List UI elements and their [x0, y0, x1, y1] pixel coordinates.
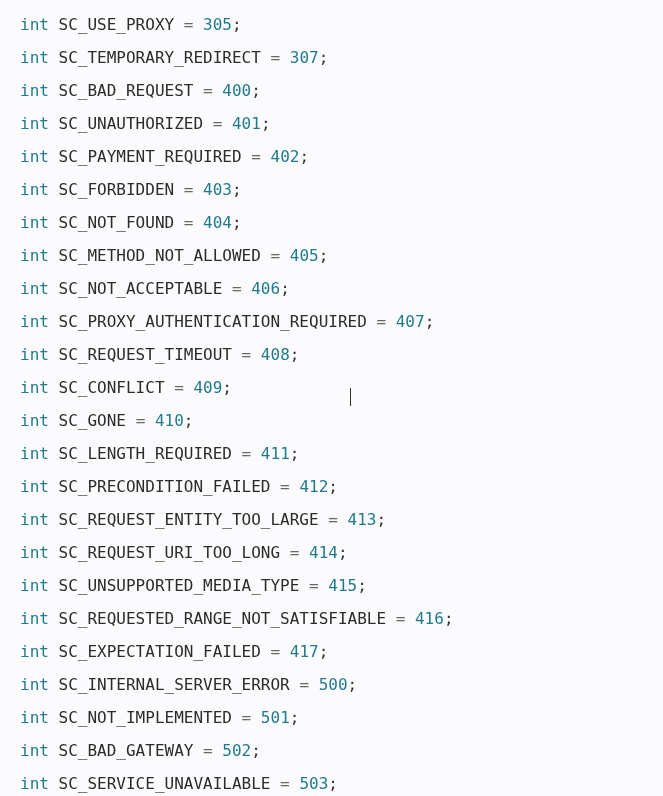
constant-identifier: SC_SERVICE_UNAVAILABLE: [59, 774, 271, 793]
constant-identifier: SC_REQUEST_URI_TOO_LONG: [59, 543, 281, 562]
constant-identifier: SC_BAD_REQUEST: [59, 81, 194, 100]
code-line[interactable]: int SC_USE_PROXY = 305;: [20, 8, 643, 41]
assignment-operator: =: [232, 279, 242, 298]
semicolon: ;: [232, 15, 242, 34]
code-line[interactable]: int SC_NOT_ACCEPTABLE = 406;: [20, 272, 643, 305]
type-keyword: int: [20, 477, 49, 496]
semicolon: ;: [184, 411, 194, 430]
code-line[interactable]: int SC_BAD_REQUEST = 400;: [20, 74, 643, 107]
assignment-operator: =: [270, 48, 280, 67]
semicolon: ;: [232, 213, 242, 232]
numeric-literal: 414: [309, 543, 338, 562]
numeric-literal: 415: [328, 576, 357, 595]
semicolon: ;: [261, 114, 271, 133]
type-keyword: int: [20, 213, 49, 232]
type-keyword: int: [20, 345, 49, 364]
type-keyword: int: [20, 279, 49, 298]
semicolon: ;: [425, 312, 435, 331]
constant-identifier: SC_PROXY_AUTHENTICATION_REQUIRED: [59, 312, 367, 331]
assignment-operator: =: [174, 378, 184, 397]
code-line[interactable]: int SC_UNSUPPORTED_MEDIA_TYPE = 415;: [20, 569, 643, 602]
constant-identifier: SC_GONE: [59, 411, 126, 430]
type-keyword: int: [20, 147, 49, 166]
assignment-operator: =: [309, 576, 319, 595]
assignment-operator: =: [290, 543, 300, 562]
assignment-operator: =: [203, 81, 213, 100]
type-keyword: int: [20, 444, 49, 463]
constant-identifier: SC_REQUEST_ENTITY_TOO_LARGE: [59, 510, 319, 529]
numeric-literal: 409: [193, 378, 222, 397]
assignment-operator: =: [184, 15, 194, 34]
code-line[interactable]: int SC_REQUEST_ENTITY_TOO_LARGE = 413;: [20, 503, 643, 536]
numeric-literal: 503: [299, 774, 328, 793]
constant-identifier: SC_NOT_FOUND: [59, 213, 175, 232]
code-line[interactable]: int SC_REQUEST_TIMEOUT = 408;: [20, 338, 643, 371]
numeric-literal: 410: [155, 411, 184, 430]
assignment-operator: =: [136, 411, 146, 430]
numeric-literal: 307: [290, 48, 319, 67]
numeric-literal: 406: [251, 279, 280, 298]
semicolon: ;: [328, 774, 338, 793]
type-keyword: int: [20, 609, 49, 628]
type-keyword: int: [20, 378, 49, 397]
semicolon: ;: [290, 444, 300, 463]
constant-identifier: SC_CONFLICT: [59, 378, 165, 397]
code-line[interactable]: int SC_METHOD_NOT_ALLOWED = 405;: [20, 239, 643, 272]
type-keyword: int: [20, 81, 49, 100]
type-keyword: int: [20, 741, 49, 760]
numeric-literal: 407: [396, 312, 425, 331]
code-line[interactable]: int SC_LENGTH_REQUIRED = 411;: [20, 437, 643, 470]
code-line[interactable]: int SC_INTERNAL_SERVER_ERROR = 500;: [20, 668, 643, 701]
code-editor-viewport[interactable]: int SC_USE_PROXY = 305;int SC_TEMPORARY_…: [20, 8, 643, 796]
code-line[interactable]: int SC_FORBIDDEN = 403;: [20, 173, 643, 206]
constant-identifier: SC_EXPECTATION_FAILED: [59, 642, 261, 661]
code-line[interactable]: int SC_GONE = 410;: [20, 404, 643, 437]
text-cursor-icon: [350, 388, 351, 406]
assignment-operator: =: [396, 609, 406, 628]
assignment-operator: =: [270, 246, 280, 265]
assignment-operator: =: [280, 477, 290, 496]
numeric-literal: 500: [319, 675, 348, 694]
type-keyword: int: [20, 312, 49, 331]
code-line[interactable]: int SC_NOT_FOUND = 404;: [20, 206, 643, 239]
semicolon: ;: [232, 180, 242, 199]
numeric-literal: 305: [203, 15, 232, 34]
semicolon: ;: [444, 609, 454, 628]
code-line[interactable]: int SC_BAD_GATEWAY = 502;: [20, 734, 643, 767]
constant-identifier: SC_USE_PROXY: [59, 15, 175, 34]
code-line[interactable]: int SC_SERVICE_UNAVAILABLE = 503;: [20, 767, 643, 796]
constant-identifier: SC_PAYMENT_REQUIRED: [59, 147, 242, 166]
code-line[interactable]: int SC_CONFLICT = 409;: [20, 371, 643, 404]
code-line[interactable]: int SC_NOT_IMPLEMENTED = 501;: [20, 701, 643, 734]
code-line[interactable]: int SC_PROXY_AUTHENTICATION_REQUIRED = 4…: [20, 305, 643, 338]
assignment-operator: =: [242, 708, 252, 727]
assignment-operator: =: [376, 312, 386, 331]
constant-identifier: SC_INTERNAL_SERVER_ERROR: [59, 675, 290, 694]
code-line[interactable]: int SC_REQUEST_URI_TOO_LONG = 414;: [20, 536, 643, 569]
semicolon: ;: [376, 510, 386, 529]
semicolon: ;: [357, 576, 367, 595]
code-line[interactable]: int SC_PRECONDITION_FAILED = 412;: [20, 470, 643, 503]
assignment-operator: =: [203, 741, 213, 760]
semicolon: ;: [348, 675, 358, 694]
semicolon: ;: [319, 246, 329, 265]
code-line[interactable]: int SC_TEMPORARY_REDIRECT = 307;: [20, 41, 643, 74]
semicolon: ;: [251, 741, 261, 760]
assignment-operator: =: [328, 510, 338, 529]
numeric-literal: 412: [299, 477, 328, 496]
semicolon: ;: [222, 378, 232, 397]
assignment-operator: =: [184, 213, 194, 232]
numeric-literal: 401: [232, 114, 261, 133]
type-keyword: int: [20, 510, 49, 529]
code-line[interactable]: int SC_EXPECTATION_FAILED = 417;: [20, 635, 643, 668]
type-keyword: int: [20, 411, 49, 430]
constant-identifier: SC_REQUESTED_RANGE_NOT_SATISFIABLE: [59, 609, 387, 628]
type-keyword: int: [20, 675, 49, 694]
assignment-operator: =: [280, 774, 290, 793]
code-line[interactable]: int SC_REQUESTED_RANGE_NOT_SATISFIABLE =…: [20, 602, 643, 635]
code-line[interactable]: int SC_PAYMENT_REQUIRED = 402;: [20, 140, 643, 173]
type-keyword: int: [20, 15, 49, 34]
type-keyword: int: [20, 180, 49, 199]
code-line[interactable]: int SC_UNAUTHORIZED = 401;: [20, 107, 643, 140]
numeric-literal: 411: [261, 444, 290, 463]
